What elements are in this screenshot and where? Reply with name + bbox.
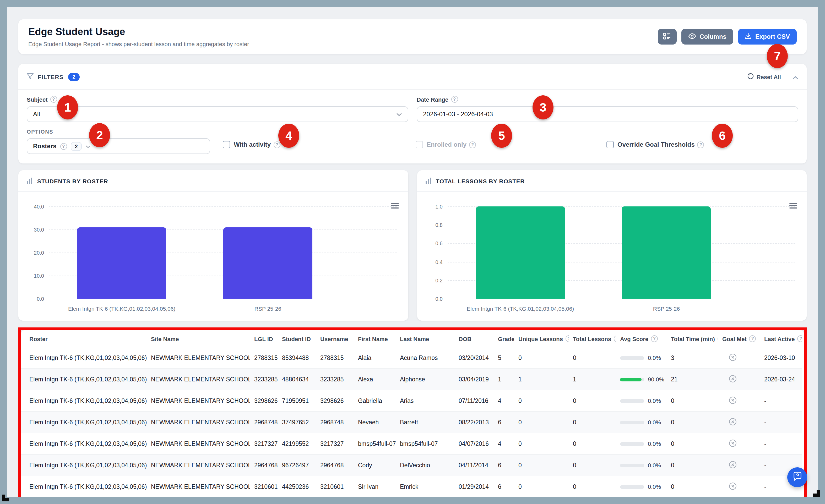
enrolled-only-checkbox[interactable]: Enrolled only ? bbox=[416, 141, 476, 148]
cell-site: NEWMARK ELEMENTARY SCHOOL bbox=[147, 412, 250, 433]
table-row[interactable]: Elem Intgn TK-6 (TK,KG,01,02,03,04,05,06… bbox=[21, 412, 802, 433]
cell-dob: 03/04/2019 bbox=[454, 368, 494, 390]
columns-button[interactable]: Columns bbox=[681, 29, 733, 45]
subject-help-icon[interactable]: ? bbox=[50, 96, 57, 103]
collapse-filters-chevron-up-icon[interactable] bbox=[793, 72, 798, 82]
table-row[interactable]: Elem Intgn TK-6 (TK,KG,01,02,03,04,05,06… bbox=[21, 347, 802, 368]
cell-dob: 03/20/2014 bbox=[454, 347, 494, 368]
rosters-multiselect[interactable]: Rosters ? 2 bbox=[27, 138, 210, 154]
goal-not-met-icon bbox=[722, 460, 737, 470]
rosters-count-badge: 2 bbox=[71, 142, 82, 151]
date-range-input[interactable]: 2026-01-03 - 2026-04-03 bbox=[417, 106, 798, 122]
subject-select[interactable]: All bbox=[27, 106, 408, 122]
with-activity-checkbox[interactable]: With activity ? bbox=[223, 141, 280, 148]
column-header-unique_lessons[interactable]: Unique Lessons? bbox=[514, 330, 569, 347]
column-help-icon[interactable]: ? bbox=[566, 335, 569, 342]
chevron-down-icon bbox=[396, 110, 402, 118]
column-help-icon[interactable]: ? bbox=[614, 335, 616, 342]
column-help-icon[interactable]: ? bbox=[651, 335, 658, 342]
column-help-icon[interactable]: ? bbox=[798, 335, 802, 342]
chart-bar[interactable] bbox=[622, 206, 711, 299]
cell-last: DelVecchio bbox=[396, 454, 454, 476]
cell-roster: Elem Intgn TK-6 (TK,KG,01,02,03,04,05,06… bbox=[21, 390, 147, 412]
column-header-username[interactable]: Username bbox=[316, 330, 354, 347]
column-header-roster[interactable]: Roster bbox=[21, 330, 147, 347]
avg-score-progress-bar bbox=[620, 399, 644, 403]
column-header-lgl_id[interactable]: LGL ID bbox=[250, 330, 278, 347]
cell-site: NEWMARK ELEMENTARY SCHOOL bbox=[147, 433, 250, 454]
column-header-label: Unique Lessons bbox=[518, 336, 563, 342]
override-goal-thresholds-help-icon[interactable]: ? bbox=[697, 141, 704, 148]
annotation-marker-5: 5 bbox=[491, 123, 512, 148]
cell-grade: 6 bbox=[494, 412, 514, 433]
date-range-help-icon[interactable]: ? bbox=[451, 96, 458, 103]
cell-student_id: 37497652 bbox=[278, 412, 316, 433]
export-csv-button[interactable]: Export CSV bbox=[738, 29, 797, 45]
help-chat-button[interactable] bbox=[787, 467, 807, 487]
checkbox-box[interactable] bbox=[223, 141, 230, 148]
cell-avg_score: 0.0% bbox=[616, 433, 667, 454]
list-layout-button[interactable] bbox=[658, 29, 676, 45]
column-header-student_id[interactable]: Student ID bbox=[278, 330, 316, 347]
column-header-total_lessons[interactable]: Total Lessons? bbox=[569, 330, 616, 347]
checkbox-box[interactable] bbox=[416, 141, 423, 148]
column-header-avg_score[interactable]: Avg Score? bbox=[616, 330, 667, 347]
cell-avg_score: 0.0% bbox=[616, 476, 667, 497]
override-goal-thresholds-checkbox[interactable]: Override Goal Thresholds ? bbox=[606, 141, 704, 148]
filters-card: FILTERS 2 Reset All bbox=[18, 64, 807, 163]
table-row[interactable]: Elem Intgn TK-6 (TK,KG,01,02,03,04,05,06… bbox=[21, 368, 802, 390]
table-row[interactable]: Elem Intgn TK-6 (TK,KG,01,02,03,04,05,06… bbox=[21, 390, 802, 412]
column-header-label: First Name bbox=[358, 336, 388, 342]
column-header-site[interactable]: Site Name bbox=[147, 330, 250, 347]
cell-site: NEWMARK ELEMENTARY SCHOOL bbox=[147, 454, 250, 476]
chart-bar[interactable] bbox=[77, 227, 166, 299]
rosters-help-icon[interactable]: ? bbox=[60, 143, 67, 150]
avg-score-progress-bar bbox=[620, 442, 644, 445]
column-header-goal_met[interactable]: Goal Met? bbox=[718, 330, 760, 347]
table-annotation-box: RosterSite NameLGL IDStudent IDUsernameF… bbox=[18, 327, 807, 497]
with-activity-label: With activity bbox=[234, 141, 271, 148]
chart-bar[interactable] bbox=[223, 227, 312, 299]
avg-score-value: 0.0% bbox=[648, 419, 661, 425]
bar-chart-icon bbox=[425, 177, 432, 186]
filters-fields-row: Subject ? All Date Range ? bbox=[27, 96, 798, 122]
column-header-first[interactable]: First Name bbox=[354, 330, 396, 347]
table-row[interactable]: Elem Intgn TK-6 (TK,KG,01,02,03,04,05,06… bbox=[21, 433, 802, 454]
chart-gridline: 0.0 bbox=[49, 299, 396, 299]
enrolled-only-help-icon[interactable]: ? bbox=[469, 141, 476, 148]
checkbox-box[interactable] bbox=[606, 141, 614, 148]
cell-first: bmsp54full-07 bbox=[354, 433, 396, 454]
reset-all-button[interactable]: Reset All bbox=[745, 73, 784, 81]
header-toolbar: Columns Export CSV bbox=[658, 29, 797, 45]
cell-student_id: 85394488 bbox=[278, 347, 316, 368]
cell-last: Arias bbox=[396, 390, 454, 412]
column-help-icon[interactable]: ? bbox=[749, 335, 756, 342]
column-header-total_time[interactable]: Total Time (min)? bbox=[667, 330, 718, 347]
list-details-icon bbox=[663, 32, 671, 41]
y-axis-tick-label: 40.0 bbox=[34, 204, 44, 209]
table-row[interactable]: Elem Intgn TK-6 (TK,KG,01,02,03,04,05,06… bbox=[21, 476, 802, 497]
cell-site: NEWMARK ELEMENTARY SCHOOL bbox=[147, 347, 250, 368]
cell-site: NEWMARK ELEMENTARY SCHOOL bbox=[147, 476, 250, 497]
column-header-grade[interactable]: Grade bbox=[494, 330, 514, 347]
app-background: Edge Student Usage Edge Student Usage Re… bbox=[7, 7, 818, 497]
chart-title: TOTAL LESSONS BY ROSTER bbox=[436, 178, 525, 184]
cell-grade: 6 bbox=[494, 454, 514, 476]
avg-score-progress-bar bbox=[620, 356, 644, 360]
cell-first: Sir Ivan bbox=[354, 476, 396, 497]
y-axis-tick-label: 10.0 bbox=[34, 273, 44, 279]
cell-last: Alphonse bbox=[396, 368, 454, 390]
column-header-last_active[interactable]: Last Active? bbox=[760, 330, 802, 347]
y-axis-tick-label: 20.0 bbox=[34, 250, 44, 256]
column-header-dob[interactable]: DOB bbox=[454, 330, 494, 347]
column-header-label: Roster bbox=[29, 336, 48, 342]
table-row[interactable]: Elem Intgn TK-6 (TK,KG,01,02,03,04,05,06… bbox=[21, 454, 802, 476]
chart-bar[interactable] bbox=[476, 206, 565, 299]
column-header-last[interactable]: Last Name bbox=[396, 330, 454, 347]
with-activity-help-icon[interactable]: ? bbox=[273, 141, 280, 148]
cell-lgl_id: 3210601 bbox=[250, 476, 278, 497]
cell-student_id: 71950951 bbox=[278, 390, 316, 412]
cell-total_time: 0 bbox=[667, 433, 718, 454]
cell-total_time: 0 bbox=[667, 412, 718, 433]
chart-plot-area: 0.010.020.030.040.0 bbox=[49, 206, 396, 299]
